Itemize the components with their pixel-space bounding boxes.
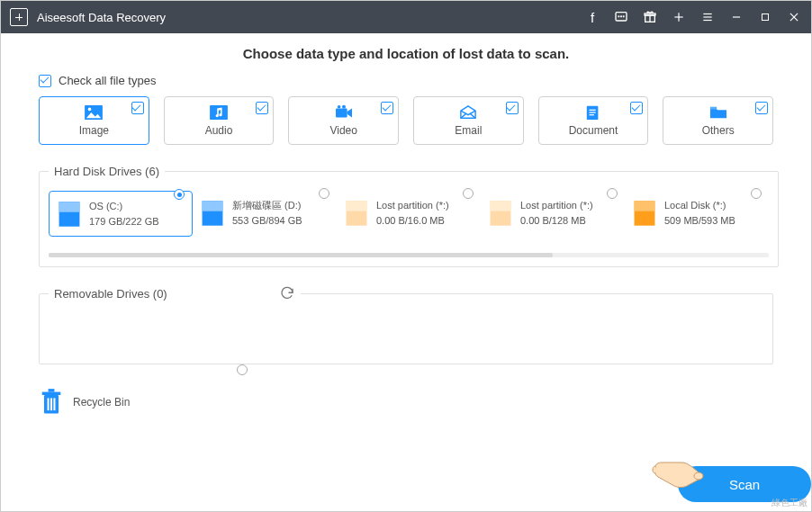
drive-text: OS (C:)179 GB/222 GB (89, 199, 159, 229)
recycle-radio[interactable] (237, 364, 248, 375)
drive-radio[interactable] (607, 188, 618, 199)
app-window: Aiseesoft Data Recovery f (0, 0, 812, 512)
document-icon (583, 104, 603, 121)
svg-point-3 (623, 16, 624, 17)
svg-rect-34 (491, 201, 511, 211)
svg-point-20 (337, 105, 340, 109)
app-title: Aiseesoft Data Recovery (37, 11, 584, 24)
type-email-checkbox[interactable] (506, 102, 519, 114)
gift-icon[interactable] (642, 9, 658, 25)
type-email[interactable]: Email (413, 96, 524, 145)
svg-rect-6 (645, 13, 655, 15)
svg-rect-26 (710, 107, 717, 110)
type-video-checkbox[interactable] (381, 102, 393, 114)
refresh-icon[interactable] (279, 285, 295, 301)
drive-radio[interactable] (751, 188, 762, 199)
type-image-checkbox[interactable] (131, 102, 144, 114)
email-icon (458, 104, 478, 121)
removable-legend-text: Removable Drives (0) (54, 287, 167, 301)
svg-point-1 (618, 16, 619, 17)
check-all-checkbox[interactable] (39, 75, 51, 87)
main-content: Choose data type and location of lost da… (1, 33, 811, 511)
svg-rect-42 (49, 389, 55, 391)
watermark-text: 綠色工廠 (771, 497, 807, 509)
svg-point-2 (621, 16, 622, 17)
svg-rect-18 (210, 105, 228, 120)
drive-radio[interactable] (319, 188, 329, 199)
disk-icon (344, 199, 369, 228)
type-others-label: Others (702, 124, 735, 137)
close-icon[interactable] (786, 9, 802, 25)
svg-point-21 (342, 105, 346, 109)
type-image-label: Image (79, 124, 109, 137)
add-icon[interactable] (671, 9, 687, 25)
type-image[interactable]: Image (39, 96, 149, 145)
disk-icon (488, 199, 513, 228)
svg-rect-30 (203, 201, 223, 211)
removable-section: Removable Drives (0) (39, 285, 773, 364)
hdd-section: Hard Disk Drives (6) OS (C:)179 GB/222 G… (39, 165, 779, 267)
svg-rect-41 (42, 392, 61, 395)
type-audio-label: Audio (205, 124, 233, 137)
folder-icon (708, 104, 728, 121)
hdd-legend: Hard Disk Drives (6) (49, 165, 165, 178)
type-document[interactable]: Document (538, 96, 649, 145)
type-audio[interactable]: Audio (164, 96, 275, 145)
page-heading: Choose data type and location of lost da… (39, 46, 773, 61)
drive-item[interactable]: OS (C:)179 GB/222 GB (49, 191, 193, 237)
disk-icon (632, 199, 657, 228)
type-email-label: Email (455, 124, 482, 137)
disk-icon (200, 199, 225, 228)
titlebar-actions: f (584, 9, 802, 25)
removable-legend: Removable Drives (0) (49, 285, 301, 301)
drive-radio[interactable] (463, 188, 474, 199)
svg-rect-13 (762, 14, 769, 21)
type-video-label: Video (329, 124, 356, 137)
recycle-row[interactable]: Recycle Bin (39, 388, 773, 417)
drive-text: 新增磁碟區 (D:)553 GB/894 GB (232, 198, 302, 228)
maximize-icon[interactable] (757, 9, 773, 25)
disk-icon (57, 200, 82, 229)
menu-icon[interactable] (699, 9, 716, 25)
drive-radio[interactable] (174, 189, 185, 200)
type-others-checkbox[interactable] (755, 102, 768, 114)
drive-item[interactable]: Local Disk (*:)509 MB/593 MB (625, 191, 769, 235)
svg-rect-32 (347, 201, 367, 211)
image-icon (84, 104, 104, 121)
trash-icon (39, 388, 64, 417)
check-all-row[interactable]: Check all file types (39, 74, 773, 87)
file-type-row: Image Audio Video Email Document (39, 96, 773, 145)
type-audio-checkbox[interactable] (256, 102, 268, 114)
app-logo-icon (10, 8, 28, 26)
svg-rect-28 (59, 202, 80, 211)
facebook-icon[interactable]: f (584, 9, 600, 25)
feedback-icon[interactable] (613, 9, 629, 25)
titlebar: Aiseesoft Data Recovery f (1, 1, 811, 33)
drive-text: Lost partition (*:)0.00 B/16.0 MB (376, 198, 449, 228)
drive-item[interactable]: Lost partition (*:)0.00 B/16.0 MB (337, 191, 481, 235)
type-document-label: Document (569, 124, 618, 137)
drives-row: OS (C:)179 GB/222 GB新增磁碟區 (D:)553 GB/894… (49, 191, 769, 237)
svg-rect-19 (336, 109, 347, 118)
minimize-icon[interactable] (728, 9, 744, 25)
svg-rect-36 (635, 201, 655, 211)
type-others[interactable]: Others (663, 96, 773, 145)
svg-point-17 (88, 108, 92, 112)
audio-icon (209, 104, 229, 121)
type-video[interactable]: Video (288, 96, 399, 145)
drive-item[interactable]: 新增磁碟區 (D:)553 GB/894 GB (193, 191, 337, 235)
hdd-scrollbar[interactable] (49, 253, 769, 257)
video-icon (334, 104, 354, 121)
drive-text: Lost partition (*:)0.00 B/128 MB (520, 198, 593, 228)
recycle-label: Recycle Bin (73, 396, 130, 409)
check-all-label: Check all file types (59, 74, 156, 87)
type-document-checkbox[interactable] (630, 102, 643, 114)
drive-text: Local Disk (*:)509 MB/593 MB (664, 198, 735, 228)
drive-item[interactable]: Lost partition (*:)0.00 B/128 MB (481, 191, 625, 235)
